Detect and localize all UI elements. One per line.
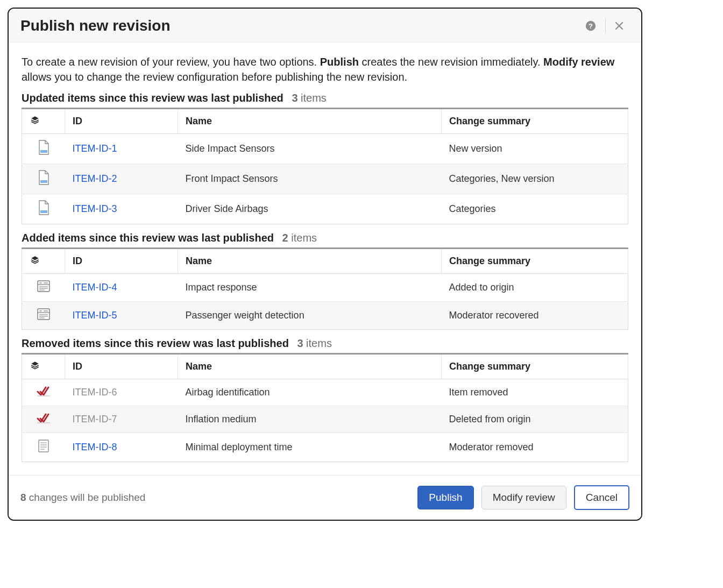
row-summary-cell: Moderator recovered: [442, 302, 628, 330]
close-icon[interactable]: [609, 19, 629, 33]
layers-icon: [30, 255, 40, 265]
col-id-header[interactable]: ID: [65, 354, 178, 379]
modify-review-button[interactable]: Modify review: [481, 486, 566, 509]
updated-table: ID Name Change summary ITEM-ID-1Side Imp…: [22, 108, 628, 224]
item-id-link[interactable]: ITEM-ID-4: [73, 282, 117, 293]
table-row: ITEM-ID-4Impact responseAdded to origin: [22, 274, 628, 302]
row-summary-cell: Added to origin: [442, 274, 628, 302]
dialog-title: Publish new revision: [20, 17, 579, 34]
row-name-cell: Driver Side Airbags: [178, 194, 442, 224]
svg-text:?: ?: [589, 22, 593, 30]
removed-tbody: ITEM-ID-6Airbag identificationItem remov…: [22, 379, 628, 462]
box-icon: [37, 308, 51, 321]
updated-section-title: Updated items since this review was last…: [22, 92, 628, 104]
intro-line1-post: creates the new revision immediately.: [359, 56, 543, 68]
cancel-button[interactable]: Cancel: [574, 485, 629, 510]
header-separator: [605, 18, 606, 33]
col-summary-header[interactable]: Change summary: [442, 249, 628, 274]
col-summary-header[interactable]: Change summary: [442, 354, 628, 379]
row-type-icon-cell: [22, 302, 65, 330]
item-id-text: ITEM-ID-6: [73, 387, 117, 398]
row-summary-cell: New version: [442, 134, 628, 164]
table-row: ITEM-ID-2Front Impact SensorsCategories,…: [22, 164, 628, 194]
row-id-cell: ITEM-ID-6: [65, 379, 178, 406]
dialog-header: Publish new revision ?: [9, 9, 641, 42]
row-name-cell: Impact response: [178, 274, 442, 302]
row-summary-cell: Categories: [442, 194, 628, 224]
added-tbody: ITEM-ID-4Impact responseAdded to originI…: [22, 274, 628, 330]
svg-rect-21: [39, 440, 48, 452]
item-id-link[interactable]: ITEM-ID-5: [73, 310, 117, 321]
check-icon: [37, 412, 51, 424]
row-name-cell: Front Impact Sensors: [178, 164, 442, 194]
col-type-header[interactable]: [22, 354, 65, 379]
footer-text: changes will be published: [26, 492, 146, 503]
row-summary-cell: Categories, New version: [442, 164, 628, 194]
row-id-cell: ITEM-ID-7: [65, 406, 178, 433]
table-row: ITEM-ID-5Passenger weight detectionModer…: [22, 302, 628, 330]
row-name-cell: Airbag identification: [178, 379, 442, 406]
removed-table: ID Name Change summary ITEM-ID-6Airbag i…: [22, 353, 628, 462]
help-icon[interactable]: ?: [579, 18, 602, 34]
box-icon: [37, 280, 51, 293]
publish-revision-dialog: Publish new revision ? To create a new r…: [8, 8, 642, 521]
text-icon: [38, 439, 49, 453]
svg-rect-4: [40, 210, 47, 213]
added-section-title: Added items since this review was last p…: [22, 232, 628, 244]
intro-text: To create a new revision of your review,…: [22, 54, 628, 84]
row-name-cell: Side Impact Sensors: [178, 134, 442, 164]
svg-rect-2: [40, 150, 47, 153]
col-id-header[interactable]: ID: [65, 109, 178, 134]
col-type-header[interactable]: [22, 109, 65, 134]
row-id-cell: ITEM-ID-3: [65, 194, 178, 224]
item-id-link[interactable]: ITEM-ID-8: [73, 442, 117, 452]
row-id-cell: ITEM-ID-1: [65, 134, 178, 164]
row-name-cell: Passenger weight detection: [178, 302, 442, 330]
table-row: ITEM-ID-8Minimal deployment timeModerato…: [22, 433, 628, 462]
dialog-body: To create a new revision of your review,…: [9, 42, 641, 475]
updated-tbody: ITEM-ID-1Side Impact SensorsNew versionI…: [22, 134, 628, 224]
svg-rect-3: [40, 180, 47, 183]
publish-button[interactable]: Publish: [417, 486, 473, 509]
row-name-cell: Minimal deployment time: [178, 433, 442, 462]
table-header-row: ID Name Change summary: [22, 354, 628, 379]
col-name-header[interactable]: Name: [178, 109, 442, 134]
col-name-header[interactable]: Name: [178, 354, 442, 379]
row-id-cell: ITEM-ID-4: [65, 274, 178, 302]
item-id-text: ITEM-ID-7: [73, 414, 117, 424]
doc-icon: [37, 140, 50, 155]
row-type-icon-cell: [22, 194, 65, 224]
updated-label: Updated items since this review was last…: [22, 92, 283, 104]
col-summary-header[interactable]: Change summary: [442, 109, 628, 134]
removed-section-title: Removed items since this review was last…: [22, 337, 628, 350]
removed-label: Removed items since this review was last…: [22, 337, 289, 349]
layers-icon: [30, 115, 40, 125]
intro-line2-post: allows you to change the review configur…: [22, 71, 407, 83]
item-id-link[interactable]: ITEM-ID-3: [73, 203, 117, 214]
footer-status: 8 changes will be published: [20, 492, 410, 504]
table-row: ITEM-ID-1Side Impact SensorsNew version: [22, 134, 628, 164]
row-summary-cell: Deleted from origin: [442, 406, 628, 433]
table-row: ITEM-ID-3Driver Side AirbagsCategories: [22, 194, 628, 224]
table-row: ITEM-ID-7Inflation mediumDeleted from or…: [22, 406, 628, 433]
col-name-header[interactable]: Name: [178, 249, 442, 274]
table-row: ITEM-ID-6Airbag identificationItem remov…: [22, 379, 628, 406]
updated-count: 3 items: [292, 92, 326, 104]
item-id-link[interactable]: ITEM-ID-2: [73, 173, 117, 184]
intro-publish-word: Publish: [320, 56, 359, 68]
col-type-header[interactable]: [22, 249, 65, 274]
row-type-icon-cell: [22, 433, 65, 462]
row-id-cell: ITEM-ID-5: [65, 302, 178, 330]
row-summary-cell: Item removed: [442, 379, 628, 406]
row-type-icon-cell: [22, 274, 65, 302]
intro-modify-word: Modify review: [543, 56, 614, 68]
footer-count: 8: [20, 492, 26, 503]
row-id-cell: ITEM-ID-2: [65, 164, 178, 194]
dialog-footer: 8 changes will be published Publish Modi…: [9, 475, 641, 520]
row-type-icon-cell: [22, 134, 65, 164]
added-label: Added items since this review was last p…: [22, 232, 274, 244]
row-type-icon-cell: [22, 164, 65, 194]
col-id-header[interactable]: ID: [65, 249, 178, 274]
item-id-link[interactable]: ITEM-ID-1: [73, 143, 117, 154]
row-id-cell: ITEM-ID-8: [65, 433, 178, 462]
